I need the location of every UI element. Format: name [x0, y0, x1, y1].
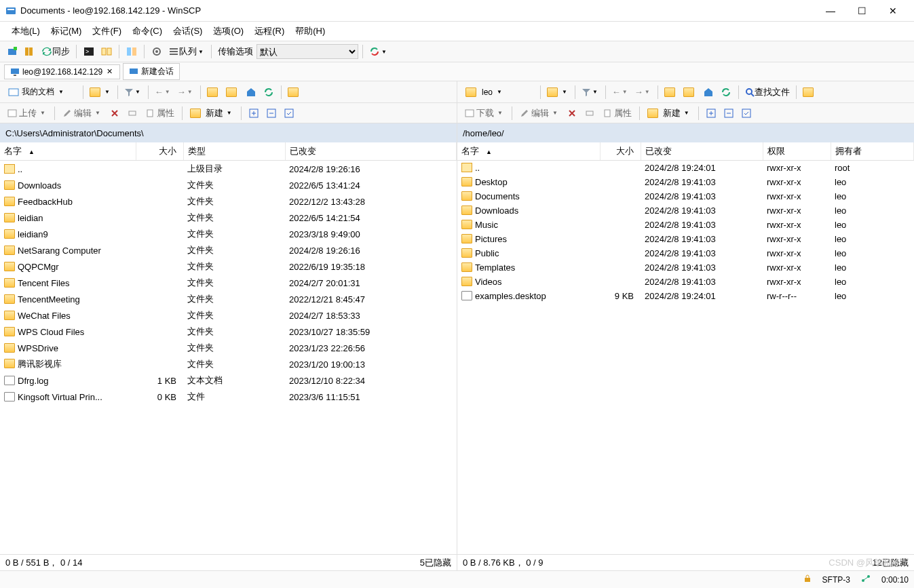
- table-row[interactable]: leidian9文件夹2023/3/18 9:49:00: [0, 226, 457, 242]
- console-icon[interactable]: >: [81, 43, 97, 60]
- local-drive-dropdown[interactable]: 我的文档 ▼: [4, 85, 79, 99]
- local-col-changed[interactable]: 已改变: [285, 142, 457, 161]
- local-select-all-icon[interactable]: [281, 105, 297, 121]
- remote-col-changed[interactable]: 已改变: [641, 142, 763, 161]
- local-plus-icon[interactable]: [246, 105, 262, 121]
- local-upload-button[interactable]: 上传▼: [4, 106, 50, 121]
- local-col-name[interactable]: 名字▲: [0, 142, 136, 161]
- local-back-icon[interactable]: ←▼: [153, 84, 174, 100]
- remote-rename-icon[interactable]: [582, 107, 598, 119]
- remote-bookmark-icon[interactable]: [801, 84, 818, 100]
- remote-folder-dropdown[interactable]: leo ▼: [461, 86, 536, 98]
- table-row[interactable]: WPSDrive文件夹2023/1/23 22:26:56: [0, 340, 457, 356]
- remote-open-folder-icon[interactable]: ▼: [545, 84, 571, 100]
- remote-props-button[interactable]: 属性: [599, 106, 635, 121]
- local-home-icon[interactable]: [243, 84, 259, 100]
- table-row[interactable]: QQPCMgr文件夹2022/6/19 19:35:18: [0, 258, 457, 275]
- table-row[interactable]: FeedbackHub文件夹2022/12/2 13:43:28: [0, 193, 457, 210]
- remote-col-owner[interactable]: 拥有者: [831, 142, 914, 161]
- table-row[interactable]: ..2024/2/8 19:24:01rwxr-xr-xroot: [457, 161, 914, 176]
- remote-file-list[interactable]: 名字▲ 大小 已改变 权限 拥有者 ..2024/2/8 19:24:01rwx…: [457, 142, 914, 554]
- reconnect-icon[interactable]: ▼: [367, 43, 390, 60]
- table-row[interactable]: leidian文件夹2022/6/5 14:21:54: [0, 210, 457, 226]
- menu-option[interactable]: 选项(O): [208, 22, 248, 40]
- remote-home-icon[interactable]: [700, 84, 717, 100]
- queue-button[interactable]: 队列▼: [166, 43, 207, 60]
- remote-edit-button[interactable]: 编辑▼: [516, 106, 563, 121]
- table-row[interactable]: examples.desktop9 KB2024/2/8 19:24:01rw-…: [457, 289, 914, 303]
- local-file-list[interactable]: 名字▲ 大小 类型 已改变 ..上级目录2024/2/8 19:26:16Dow…: [0, 142, 457, 554]
- table-row[interactable]: NetSarang Computer文件夹2024/2/8 19:26:16: [0, 242, 457, 258]
- remote-plus-icon[interactable]: [703, 105, 719, 121]
- table-row[interactable]: Templates2024/2/8 19:41:03rwxr-xr-xleo: [457, 260, 914, 275]
- table-row[interactable]: Music2024/2/8 19:41:03rwxr-xr-xleo: [457, 218, 914, 232]
- local-open-folder-icon[interactable]: ▼: [88, 84, 113, 100]
- local-forward-icon[interactable]: →▼: [175, 84, 196, 100]
- table-row[interactable]: Downloads文件夹2022/6/5 13:41:24: [0, 177, 457, 193]
- remote-col-rights[interactable]: 权限: [763, 142, 831, 161]
- local-filter-icon[interactable]: ▼: [122, 84, 144, 100]
- table-row[interactable]: ..上级目录2024/2/8 19:26:16: [0, 161, 457, 178]
- tab-new-session[interactable]: 新建会话: [123, 63, 180, 80]
- remote-download-button[interactable]: 下载▼: [461, 106, 508, 121]
- remote-filter-icon[interactable]: ▼: [579, 84, 601, 100]
- tab-close-icon[interactable]: ✕: [105, 67, 114, 76]
- remote-find-button[interactable]: 查找文件: [743, 84, 792, 100]
- sync-button[interactable]: 同步: [39, 43, 72, 60]
- remote-minus-icon[interactable]: [721, 105, 737, 121]
- menu-file[interactable]: 文件(F): [88, 22, 126, 40]
- local-path-bar[interactable]: C:\Users\Administrator\Documents\: [0, 123, 457, 142]
- minimize-button[interactable]: —: [815, 1, 846, 20]
- menu-local[interactable]: 本地(L): [7, 22, 45, 40]
- preferences-icon[interactable]: [149, 43, 165, 60]
- table-row[interactable]: WeChat Files文件夹2024/2/7 18:53:33: [0, 307, 457, 324]
- table-row[interactable]: Public2024/2/8 19:41:03rwxr-xr-xleo: [457, 246, 914, 260]
- table-row[interactable]: Tencent Files文件夹2024/2/7 20:01:31: [0, 275, 457, 291]
- table-row[interactable]: TencentMeeting文件夹2022/12/21 8:45:47: [0, 291, 457, 307]
- local-col-type[interactable]: 类型: [183, 142, 285, 161]
- remote-parent-icon[interactable]: [662, 84, 680, 100]
- new-session-icon[interactable]: [4, 43, 20, 60]
- transfer-settings-dropdown[interactable]: 默认: [256, 44, 358, 59]
- close-button[interactable]: ✕: [877, 1, 909, 20]
- remote-select-all-icon[interactable]: [738, 105, 755, 121]
- table-row[interactable]: Documents2024/2/8 19:41:03rwxr-xr-xleo: [457, 189, 914, 203]
- remote-back-icon[interactable]: ←▼: [610, 84, 631, 100]
- remote-root-icon[interactable]: [681, 84, 699, 100]
- local-col-size[interactable]: 大小: [136, 142, 183, 161]
- table-row[interactable]: Desktop2024/2/8 19:41:03rwxr-xr-xleo: [457, 175, 914, 189]
- menu-remote[interactable]: 远程(R): [250, 22, 289, 40]
- local-minus-icon[interactable]: [263, 105, 280, 121]
- compare-icon[interactable]: [123, 43, 140, 60]
- local-new-button[interactable]: 新建▼: [187, 106, 237, 121]
- remote-delete-icon[interactable]: [564, 107, 580, 119]
- maximize-button[interactable]: ☐: [846, 1, 877, 20]
- remote-path-bar[interactable]: /home/leo/: [457, 123, 914, 142]
- menu-help[interactable]: 帮助(H): [290, 22, 330, 40]
- local-refresh-icon[interactable]: [261, 84, 277, 100]
- sites-icon[interactable]: [22, 43, 38, 60]
- synchronize-browse-icon[interactable]: [98, 43, 115, 60]
- tab-session[interactable]: leo@192.168.142.129 ✕: [4, 64, 120, 79]
- remote-forward-icon[interactable]: →▼: [632, 84, 653, 100]
- table-row[interactable]: 腾讯影视库文件夹2023/1/20 19:00:13: [0, 356, 457, 372]
- menu-session[interactable]: 会话(S): [168, 22, 207, 40]
- local-edit-button[interactable]: 编辑▼: [59, 106, 105, 121]
- table-row[interactable]: Pictures2024/2/8 19:41:03rwxr-xr-xleo: [457, 232, 914, 246]
- table-row[interactable]: Kingsoft Virtual Prin...0 KB文件2023/3/6 1…: [0, 389, 457, 405]
- remote-col-size[interactable]: 大小: [600, 142, 641, 161]
- menu-command[interactable]: 命令(C): [128, 22, 167, 40]
- local-delete-icon[interactable]: [107, 107, 123, 119]
- remote-col-name[interactable]: 名字▲: [457, 142, 600, 161]
- table-row[interactable]: WPS Cloud Files文件夹2023/10/27 18:35:59: [0, 324, 457, 340]
- local-props-button[interactable]: 属性: [142, 106, 178, 121]
- table-row[interactable]: Videos2024/2/8 19:41:03rwxr-xr-xleo: [457, 275, 914, 289]
- local-root-icon[interactable]: [224, 84, 242, 100]
- local-parent-icon[interactable]: [205, 84, 223, 100]
- table-row[interactable]: Downloads2024/2/8 19:41:03rwxr-xr-xleo: [457, 203, 914, 218]
- table-row[interactable]: Dfrg.log1 KB文本文档2023/12/10 8:22:34: [0, 372, 457, 389]
- local-rename-icon[interactable]: [124, 107, 140, 119]
- remote-new-button[interactable]: 新建▼: [644, 106, 694, 121]
- menu-mark[interactable]: 标记(M): [46, 22, 87, 40]
- local-bookmark-icon[interactable]: [286, 84, 303, 100]
